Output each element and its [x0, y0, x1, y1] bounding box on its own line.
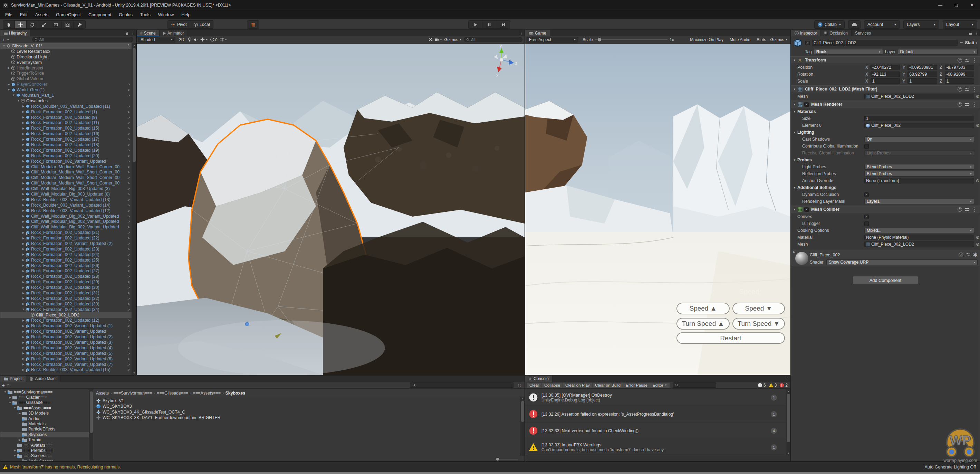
- create-menu-button[interactable]: +: [2, 37, 5, 43]
- expand-arrow-icon[interactable]: ▶: [21, 138, 25, 141]
- menu-oculus[interactable]: Oculus: [115, 10, 137, 19]
- menu-window[interactable]: Window: [154, 10, 178, 19]
- transform-component-header[interactable]: ▼ Transform ?⋮: [791, 56, 980, 64]
- component-menu-icon[interactable]: ⋮: [972, 101, 978, 108]
- hierarchy-item[interactable]: ▶Cliff_Modular_Medium_Wall_Short_Corner_…: [0, 175, 132, 180]
- menu-file[interactable]: File: [2, 10, 16, 19]
- expand-arrow-icon[interactable]: ▶: [21, 121, 25, 124]
- expand-arrow-icon[interactable]: ▶: [21, 341, 25, 344]
- expand-arrow-icon[interactable]: ▼: [3, 390, 7, 394]
- console-error-pause-button[interactable]: Error Pause: [623, 383, 650, 388]
- prefab-nav-arrow-icon[interactable]: >: [128, 291, 130, 295]
- hierarchy-item[interactable]: ▶Rock_Formation_002_Updated (16)>: [0, 131, 132, 136]
- project-tree-item[interactable]: ▶Terrain: [0, 437, 89, 442]
- expand-arrow-icon[interactable]: ▶: [21, 215, 25, 218]
- rotate-tool-icon[interactable]: [27, 21, 38, 28]
- files-scrollbar[interactable]: ▲: [520, 397, 525, 456]
- menu-edit[interactable]: Edit: [16, 10, 32, 19]
- expand-arrow-icon[interactable]: ▶: [21, 242, 25, 245]
- hierarchy-item[interactable]: ▶Rock_Formation_002_Variant_Updated (6)>: [0, 356, 132, 362]
- account-dropdown[interactable]: Account▼: [864, 21, 900, 29]
- rect-tool-icon[interactable]: [50, 21, 62, 28]
- project-tree-item[interactable]: ▼===Assets===: [0, 405, 89, 410]
- tab-game[interactable]: Game: [525, 30, 550, 36]
- active-checkbox[interactable]: ✓: [805, 41, 810, 45]
- hierarchy-search-input[interactable]: [39, 38, 131, 42]
- expand-arrow-icon[interactable]: ▶: [21, 148, 25, 152]
- error-count-badge[interactable]: 2: [780, 383, 788, 388]
- scale-tool-icon[interactable]: [38, 21, 50, 28]
- hierarchy-item[interactable]: ▶Cliff_Wall_Modular_Big_002_Variant_Upda…: [0, 214, 132, 219]
- console-message[interactable]: [13:30:35] [OVRManager] OnDestroyUnityEn…: [525, 389, 786, 406]
- scale-x-field[interactable]: 1: [870, 78, 900, 84]
- tab-console[interactable]: Console: [525, 375, 552, 382]
- hierarchy-item[interactable]: ▶Rock_Formation_002_Variant_Updated (4)>: [0, 345, 132, 351]
- panel-menu-icon[interactable]: ⋮: [785, 377, 789, 381]
- hierarchy-item[interactable]: ▶Rock_Boulder_003_Variant_Updated (14)>: [0, 203, 132, 208]
- lighting-foldout[interactable]: ▼Lighting: [791, 129, 980, 136]
- prefab-nav-arrow-icon[interactable]: >: [128, 346, 130, 350]
- scale-slider[interactable]: [595, 39, 668, 40]
- material-preview-strip[interactable]: ▶ Cliff_Piece_002 ?✱ Shader Snow Coverag…: [791, 250, 980, 267]
- project-tree-item[interactable]: ▶3D Models: [0, 411, 89, 416]
- expand-arrow-icon[interactable]: ▶: [21, 324, 25, 327]
- expand-arrow-icon[interactable]: ▶: [21, 165, 25, 168]
- physic-material-field[interactable]: None (Physic Material): [864, 235, 974, 240]
- breadcrumb-segment[interactable]: Assets: [96, 391, 109, 396]
- expand-arrow-icon[interactable]: ▶: [21, 171, 25, 174]
- hierarchy-item[interactable]: ▼Obsatacles: [0, 98, 132, 104]
- grid-visibility-dropdown[interactable]: ▼: [220, 37, 227, 42]
- step-button[interactable]: [496, 21, 510, 28]
- lock-icon[interactable]: [125, 32, 129, 35]
- rotation-x-field[interactable]: -92.113: [870, 72, 900, 77]
- prefab-nav-arrow-icon[interactable]: >: [128, 148, 130, 152]
- game-gizmos-dropdown[interactable]: Gizmos▼: [770, 37, 789, 42]
- hierarchy-item[interactable]: ▶Rock_Formation_002_Variant_Updated (1)>: [0, 323, 132, 329]
- hierarchy-item[interactable]: ▶Rock_Formation_002_Updated (18)>: [0, 142, 132, 147]
- dynamic-occlusion-checkbox[interactable]: ✓: [864, 192, 869, 197]
- expand-arrow-icon[interactable]: ▶: [21, 226, 25, 229]
- mesh-filter-header[interactable]: ▼ Cliff_Piece_002_LOD2 (Mesh Filter) ?⋮: [791, 85, 980, 93]
- asset-item[interactable]: Skybox_V1: [93, 398, 525, 404]
- expand-arrow-icon[interactable]: ▶: [21, 160, 25, 163]
- prefab-nav-arrow-icon[interactable]: >: [128, 93, 130, 97]
- prefab-nav-arrow-icon[interactable]: >: [128, 176, 130, 180]
- expand-arrow-icon[interactable]: ▶: [21, 357, 25, 360]
- hierarchy-item[interactable]: ▶Rock_Boulder_003_Variant_Updated (12)>: [0, 208, 132, 214]
- cloud-button[interactable]: [848, 21, 861, 29]
- expand-arrow-icon[interactable]: ▼: [6, 88, 11, 91]
- hierarchy-item[interactable]: ▶Rock_Formation_002_Updated (21)>: [0, 230, 132, 235]
- menu-tools[interactable]: Tools: [137, 10, 154, 19]
- expand-arrow-icon[interactable]: ▶: [21, 352, 25, 355]
- prefab-nav-arrow-icon[interactable]: >: [128, 241, 130, 246]
- prefab-nav-arrow-icon[interactable]: >: [128, 357, 130, 361]
- hierarchy-item[interactable]: ▶Rock_Formation_002_Updated (25)>: [0, 257, 132, 263]
- rendering-layer-mask-dropdown[interactable]: Layer1▼: [864, 199, 974, 204]
- panel-menu-icon[interactable]: ⋮: [974, 31, 978, 35]
- mesh-renderer-header[interactable]: ▼ ✓ Mesh Renderer ?⋮: [791, 101, 980, 108]
- contribute-gi-checkbox[interactable]: [864, 144, 869, 148]
- project-tree-item[interactable]: ▶===Prefabs===: [0, 448, 89, 453]
- position-y-field[interactable]: -0.09533981: [907, 65, 937, 70]
- layer-dropdown[interactable]: Default▼: [898, 49, 978, 54]
- prefab-nav-arrow-icon[interactable]: >: [128, 132, 130, 136]
- scale-y-field[interactable]: 1: [907, 78, 937, 84]
- prefab-nav-arrow-icon[interactable]: >: [128, 252, 130, 257]
- scene-viewport[interactable]: y z x: [137, 44, 525, 375]
- custom-tool-icon[interactable]: [73, 21, 85, 28]
- scene-search[interactable]: [464, 37, 522, 42]
- prefab-nav-arrow-icon[interactable]: >: [128, 269, 130, 273]
- hierarchy-item[interactable]: ▶Rock_Formation_002_Updated (20)>: [0, 153, 132, 159]
- prefab-nav-arrow-icon[interactable]: >: [128, 236, 130, 240]
- console-message[interactable]: [13:32:33] ImportFBX Warnings:Can't impo…: [525, 439, 786, 455]
- expand-arrow-icon[interactable]: ▼: [21, 308, 25, 311]
- speed-up-button[interactable]: Speed ▲: [676, 303, 730, 314]
- prefab-nav-arrow-icon[interactable]: >: [128, 88, 130, 92]
- expand-arrow-icon[interactable]: ▶: [21, 346, 25, 349]
- tab-hierarchy[interactable]: Hierarchy: [0, 30, 30, 36]
- is-trigger-checkbox[interactable]: [864, 222, 869, 226]
- expand-arrow-icon[interactable]: ▶: [21, 132, 25, 136]
- console-clear-button[interactable]: Clear: [527, 383, 541, 388]
- tab-project[interactable]: Project: [0, 375, 26, 382]
- console-search-input[interactable]: [680, 383, 714, 387]
